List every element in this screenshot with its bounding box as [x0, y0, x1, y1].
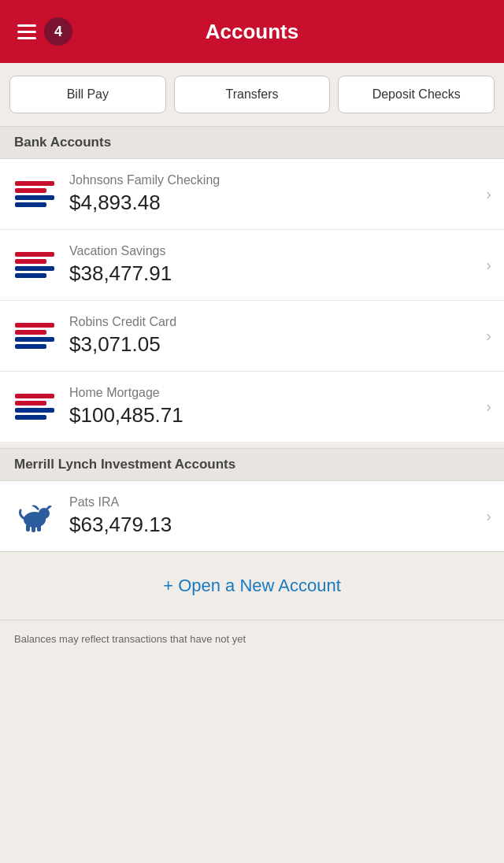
investment-accounts-list: Pats IRA $63,479.13 ›	[0, 481, 504, 551]
page-title: Accounts	[206, 20, 298, 44]
svg-rect-4	[37, 524, 41, 532]
merrill-lynch-logo	[13, 501, 57, 532]
boa-logo-mortgage	[13, 391, 57, 423]
boa-logo-savings	[13, 250, 57, 281]
notification-badge[interactable]: 4	[44, 17, 72, 46]
account-info-checking: Johnsons Family Checking $4,893.48	[69, 173, 480, 215]
chevron-icon-ira: ›	[486, 507, 491, 525]
investment-accounts-section-header: Merrill Lynch Investment Accounts	[0, 448, 504, 481]
bill-pay-button[interactable]: Bill Pay	[9, 76, 166, 113]
chevron-icon-credit: ›	[486, 327, 491, 345]
account-item-credit[interactable]: Robins Credit Card $3,071.05 ›	[0, 301, 504, 372]
account-balance-credit: $3,071.05	[69, 332, 480, 357]
account-info-credit: Robins Credit Card $3,071.05	[69, 315, 480, 357]
bank-accounts-section-header: Bank Accounts	[0, 126, 504, 159]
svg-rect-2	[26, 524, 30, 532]
open-account-link[interactable]: + Open a New Account	[163, 576, 341, 595]
deposit-checks-button[interactable]: Deposit Checks	[338, 76, 495, 113]
footer-disclaimer: Balances may reflect transactions that h…	[0, 620, 504, 663]
account-info-savings: Vacation Savings $38,477.91	[69, 244, 480, 286]
open-account-section: + Open a New Account	[0, 551, 504, 620]
account-item-checking[interactable]: Johnsons Family Checking $4,893.48 ›	[0, 159, 504, 230]
account-balance-savings: $38,477.91	[69, 261, 480, 286]
bank-accounts-list: Johnsons Family Checking $4,893.48 › Vac…	[0, 159, 504, 442]
menu-button[interactable]	[13, 20, 41, 44]
account-name-checking: Johnsons Family Checking	[69, 173, 480, 187]
chevron-icon-checking: ›	[486, 185, 491, 203]
boa-logo-credit	[13, 320, 57, 352]
quick-actions-bar: Bill Pay Transfers Deposit Checks	[0, 63, 504, 126]
chevron-icon-savings: ›	[486, 256, 491, 274]
boa-logo-checking	[13, 179, 57, 210]
app-header: 4 Accounts	[0, 0, 504, 63]
account-name-credit: Robins Credit Card	[69, 315, 480, 329]
account-name-mortgage: Home Mortgage	[69, 386, 480, 400]
account-info-mortgage: Home Mortgage $100,485.71	[69, 386, 480, 428]
investment-accounts-section: Merrill Lynch Investment Accounts	[0, 448, 504, 551]
account-item-savings[interactable]: Vacation Savings $38,477.91 ›	[0, 230, 504, 301]
account-item-ira[interactable]: Pats IRA $63,479.13 ›	[0, 481, 504, 551]
svg-rect-3	[32, 525, 35, 532]
account-balance-checking: $4,893.48	[69, 191, 480, 215]
account-balance-mortgage: $100,485.71	[69, 403, 480, 428]
transfers-button[interactable]: Transfers	[174, 76, 331, 113]
account-info-ira: Pats IRA $63,479.13	[69, 495, 480, 537]
chevron-icon-mortgage: ›	[486, 398, 491, 416]
account-balance-ira: $63,479.13	[69, 513, 480, 537]
account-item-mortgage[interactable]: Home Mortgage $100,485.71 ›	[0, 372, 504, 442]
account-name-savings: Vacation Savings	[69, 244, 480, 258]
account-name-ira: Pats IRA	[69, 495, 480, 509]
disclaimer-text: Balances may reflect transactions that h…	[14, 632, 490, 647]
